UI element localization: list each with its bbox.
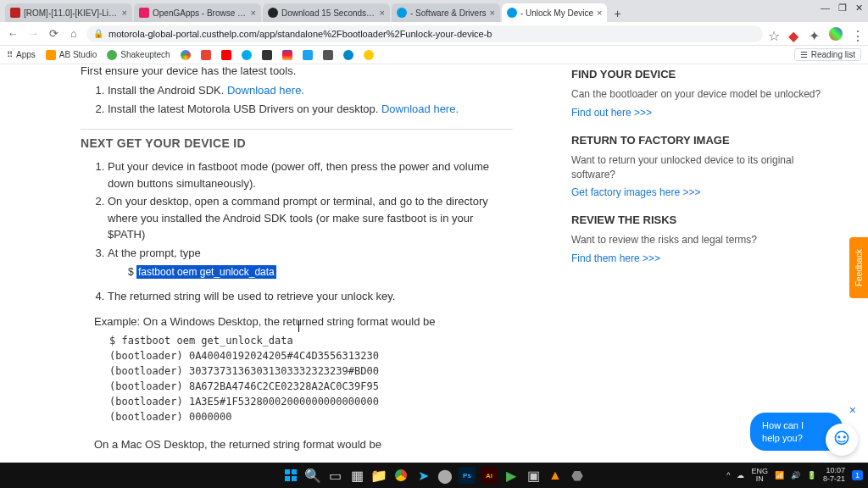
reading-list-button[interactable]: ☰Reading list	[794, 48, 861, 61]
explorer-icon[interactable]: 📁	[370, 467, 387, 484]
app-icon[interactable]: ▶	[503, 467, 520, 484]
list-item: On your desktop, open a command prompt o…	[108, 193, 513, 243]
notification-icon[interactable]: 1	[852, 470, 863, 480]
apps-button[interactable]: ⠿Apps	[7, 50, 36, 59]
download-drivers-link[interactable]: Download here.	[381, 103, 459, 115]
bookmark-shake[interactable]: Shakeuptech	[107, 50, 170, 60]
tab-2[interactable]: Download 15 Seconds ADB I×	[263, 3, 390, 22]
chatbot-icon[interactable]	[826, 424, 858, 456]
url-input[interactable]: 🔒 motorola-global-portal.custhelp.com/ap…	[86, 25, 763, 42]
side-text: Can the bootloader on your device model …	[571, 87, 834, 102]
tab-4-active[interactable]: - Unlock My Device×	[502, 3, 608, 22]
reload-button[interactable]: ⟳	[46, 26, 61, 42]
bm-twitter-icon[interactable]	[303, 50, 313, 60]
tray-chevron-icon[interactable]: ^	[726, 471, 730, 480]
bm-youtube-icon[interactable]	[221, 50, 231, 60]
onedrive-icon[interactable]: ☁	[737, 471, 744, 480]
telegram-icon[interactable]: ➤	[415, 467, 431, 484]
tab-0[interactable]: [ROM]-[11.0]-[KIEV]-Lineage×	[5, 3, 132, 22]
bm-google-icon[interactable]	[181, 50, 191, 60]
close-icon[interactable]: ×	[251, 8, 256, 18]
volume-icon[interactable]: 🔊	[791, 471, 800, 480]
bm-gmail-icon[interactable]	[201, 50, 211, 60]
close-icon[interactable]: ×	[380, 8, 385, 18]
favicon	[397, 8, 407, 18]
maximize-icon[interactable]: ❐	[838, 3, 847, 14]
review-risks-link[interactable]: Find them here >>>	[571, 252, 834, 264]
bm-label: Apps	[16, 50, 36, 59]
tab-3[interactable]: - Software & Drivers×	[392, 3, 500, 22]
feedback-tab[interactable]: Feedback	[849, 237, 868, 298]
forward-button[interactable]: →	[25, 26, 41, 42]
grid-icon: ⠿	[7, 50, 13, 59]
sidebar-column: FIND YOUR DEVICE Can the bootloader on y…	[571, 64, 834, 280]
list-item: Install the Android SDK. Download here.	[108, 82, 513, 99]
factory-images-link[interactable]: Get factory images here >>>	[571, 186, 834, 198]
profile-icon[interactable]	[829, 27, 843, 41]
bm-icon[interactable]	[242, 50, 252, 60]
menu-icon[interactable]: ⋮	[851, 28, 863, 40]
tab-1[interactable]: OpenGApps - Browse /arm64×	[134, 3, 261, 22]
side-heading: RETURN TO FACTORY IMAGE	[571, 134, 834, 147]
star-icon[interactable]: ☆	[768, 28, 780, 40]
photoshop-icon[interactable]: Ps	[459, 467, 476, 484]
page-content: First ensure your device has the latest …	[0, 64, 868, 463]
home-button[interactable]: ⌂	[66, 26, 81, 42]
language-indicator[interactable]: ENGIN	[751, 468, 768, 483]
bm-icon[interactable]	[343, 50, 353, 60]
bm-label: Reading list	[811, 50, 855, 59]
app-icon[interactable]: ⬣	[569, 467, 586, 484]
new-tab-button[interactable]: +	[609, 5, 626, 22]
chat-close-icon[interactable]: ×	[849, 403, 856, 417]
svg-point-2	[843, 435, 846, 438]
bm-icon[interactable]	[364, 50, 374, 60]
extension-icon[interactable]: ◆	[788, 28, 800, 40]
intro-text: First ensure your device has the latest …	[81, 64, 513, 77]
back-button[interactable]: ←	[5, 26, 20, 42]
bookmark-ab[interactable]: AB Studio	[46, 50, 97, 60]
svg-rect-6	[292, 476, 297, 481]
clock[interactable]: 10:078-7-21	[823, 467, 845, 484]
li-text: Install the Android SDK.	[108, 84, 227, 97]
minimize-icon[interactable]: —	[821, 3, 830, 14]
svg-point-1	[837, 435, 840, 438]
app-icon[interactable]: ⬤	[437, 467, 453, 484]
search-icon[interactable]: 🔍	[304, 467, 321, 484]
start-button[interactable]	[282, 467, 299, 484]
bm-label: AB Studio	[59, 50, 97, 59]
bm-icon[interactable]	[262, 50, 272, 60]
widgets-icon[interactable]: ▦	[348, 467, 365, 484]
steps-list: Put your device in fastboot mode (power …	[81, 158, 513, 305]
li-text: At the prompt, type	[108, 247, 201, 259]
terminal-icon[interactable]: ▣	[525, 467, 542, 484]
mac-text: On a Mac OS Desktop, the returned string…	[94, 438, 513, 451]
battery-icon[interactable]: 🔋	[807, 471, 816, 480]
section-heading: NEXT GET YOUR DEVICE ID	[81, 129, 513, 150]
tab-label: Download 15 Seconds ADB I	[281, 8, 376, 18]
close-icon[interactable]: ×	[597, 8, 602, 18]
bm-label: Shakeuptech	[120, 50, 170, 59]
close-window-icon[interactable]: ✕	[855, 3, 863, 14]
url-text: motorola-global-portal.custhelp.com/app/…	[108, 29, 492, 39]
side-heading: FIND YOUR DEVICE	[571, 68, 834, 80]
wifi-icon[interactable]: 📶	[775, 471, 784, 480]
chat-line: How can I	[762, 419, 804, 431]
side-text: Want to review the risks and legal terms…	[571, 233, 834, 247]
bookmarks-bar: ⠿Apps AB Studio Shakeuptech ☰Reading lis…	[0, 46, 868, 64]
download-sdk-link[interactable]: Download here.	[227, 84, 304, 97]
tab-strip: [ROM]-[11.0]-[KIEV]-Lineage× OpenGApps -…	[0, 0, 868, 22]
find-device-link[interactable]: Find out here >>>	[571, 107, 834, 119]
bm-insta-icon[interactable]	[282, 50, 292, 60]
vlc-icon[interactable]: ▲	[547, 467, 564, 484]
close-icon[interactable]: ×	[489, 8, 494, 18]
address-bar: ← → ⟳ ⌂ 🔒 motorola-global-portal.custhel…	[0, 22, 868, 46]
illustrator-icon[interactable]: Ai	[481, 467, 498, 484]
bm-icon[interactable]	[323, 50, 333, 60]
puzzle-icon[interactable]: ✦	[809, 28, 821, 40]
close-icon[interactable]: ×	[122, 8, 127, 18]
chrome-icon[interactable]	[392, 467, 409, 484]
selected-command[interactable]: fastboot oem get_unlock_data	[136, 265, 276, 279]
list-item: At the prompt, type $ fastboot oem get_u…	[108, 245, 513, 280]
taskview-icon[interactable]: ▭	[326, 467, 343, 484]
side-text: Want to return your unlocked device to i…	[571, 153, 834, 182]
